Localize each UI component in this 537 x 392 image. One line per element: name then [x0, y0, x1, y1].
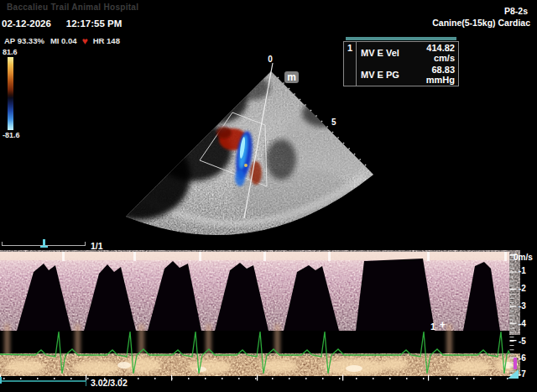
probe-label: P8-2s: [504, 6, 528, 16]
preset-label: Canine(5-15kg) Cardiac: [432, 18, 530, 28]
scale-tick-label: -5: [519, 337, 526, 346]
baseline-marker: [514, 358, 517, 369]
acquisition-date: 02-12-2026: [2, 18, 51, 29]
time-slider-end-tick: [86, 380, 86, 386]
svg-text:1: 1: [430, 321, 435, 332]
mechanical-index-label: MI 0.04: [50, 36, 77, 45]
cine-slider-thumb[interactable]: [40, 239, 48, 248]
color-scale-min: -81.6: [3, 131, 31, 139]
scale-tick-label: -7: [519, 369, 526, 379]
scale-tick-label: -2: [519, 284, 526, 293]
scale-tick-label: -3: [519, 301, 526, 311]
measurement-panel-accent: [346, 37, 456, 40]
time-slider[interactable]: 3.02/3.02: [0, 374, 176, 390]
svg-text:m: m: [287, 71, 296, 83]
time-slider-track[interactable]: [1, 380, 86, 382]
scale-tick-label: -4: [519, 319, 526, 328]
facility-name: Baccalieu Trail Animal Hospital: [7, 3, 138, 12]
heart-rate-label: HR 148: [93, 36, 120, 45]
spectral-display[interactable]: 1 + 0m/s -1 -2 -3 -4 -5 -6 -7: [0, 250, 537, 392]
b-mode-image[interactable]: 0 m 5: [80, 50, 415, 248]
svg-text:+: +: [440, 319, 446, 331]
scale-tick-label: -6: [519, 353, 526, 363]
baseline-label: 0m/s: [514, 253, 533, 262]
cine-slider-end-tick: [85, 242, 86, 246]
cine-slider-start-tick: [2, 242, 3, 246]
color-doppler-scale: 81.6 -81.6: [3, 48, 31, 139]
color-scale-max: 81.6: [3, 48, 31, 56]
scale-tick-label: -1: [519, 266, 526, 275]
spectral-trace: [0, 252, 537, 392]
time-counter: 3.02/3.02: [91, 378, 128, 388]
angle-label: 0: [268, 55, 273, 64]
acquisition-time: 12:17:55 PM: [66, 18, 122, 29]
datetime: 02-12-202612:17:55 PM: [2, 18, 122, 29]
status-row: AP 93.33% MI 0.04 ♥ HR 148: [4, 36, 120, 45]
color-velocity-bar: [8, 57, 13, 130]
heart-icon: ♥: [82, 37, 88, 45]
acoustic-power-label: AP 93.33%: [4, 36, 44, 45]
orientation-marker: m: [284, 71, 299, 83]
depth-label: 5: [331, 118, 336, 127]
ultrasound-screen: Baccalieu Trail Animal Hospital 02-12-20…: [0, 0, 537, 392]
time-slider-start-tick: [0, 377, 2, 384]
